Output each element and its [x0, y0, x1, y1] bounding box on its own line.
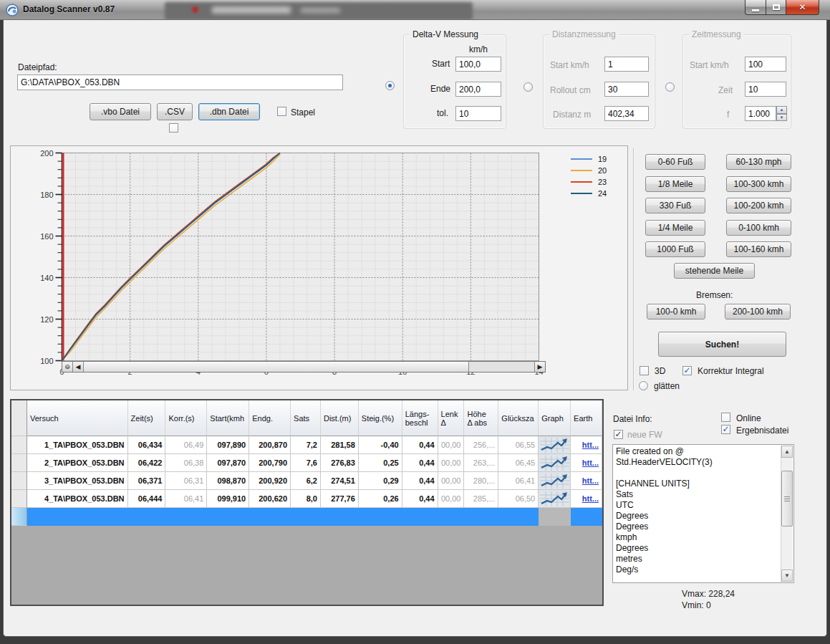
dbn-datei-button[interactable]: .dbn Datei — [198, 103, 260, 120]
suchen-button[interactable]: Suchen! — [658, 332, 786, 357]
minimize-button[interactable] — [745, 0, 766, 15]
maximize-button[interactable] — [766, 0, 786, 15]
measure-button-330-fu-[interactable]: 330 Fuß — [645, 198, 705, 213]
cell[interactable]: 06,55 — [498, 436, 539, 454]
cell[interactable]: 4_TA\PBOX_053.DBN — [27, 490, 128, 508]
cell[interactable]: 06,50 — [498, 490, 539, 508]
cell[interactable]: 8,0 — [291, 490, 321, 508]
zeit-zeit-input[interactable] — [745, 82, 786, 97]
unlabeled-checkbox[interactable] — [169, 123, 178, 133]
cell[interactable]: 06,49 — [165, 436, 207, 454]
cell[interactable]: 7,6 — [291, 454, 321, 472]
empty-cell[interactable] — [359, 508, 402, 526]
scrollbar-thumb[interactable] — [84, 362, 469, 372]
spinner-down-icon[interactable]: ▼ — [776, 114, 787, 122]
cell[interactable]: 285,... — [464, 490, 498, 508]
column-header-korr-s-[interactable]: Korr.(s) — [165, 400, 207, 436]
measure-button-100-160-kmh[interactable]: 100-160 kmh — [726, 241, 791, 257]
measure-button-0-60-fu-[interactable]: 0-60 Fuß — [645, 154, 705, 170]
distanz-startkmh-input[interactable] — [604, 57, 649, 72]
cell[interactable]: 0,44 — [402, 454, 438, 472]
online-checkbox[interactable] — [721, 413, 730, 422]
column-header-l-ngs-[interactable]: Längs-beschl — [402, 400, 438, 436]
table-row[interactable]: 2_TA\PBOX_053.DBN06,42206,38097,870200,7… — [11, 454, 602, 472]
empty-cell[interactable] — [402, 508, 438, 526]
graph-cell[interactable] — [539, 472, 571, 490]
cell[interactable]: 0,44 — [402, 472, 438, 490]
cell[interactable]: 00,00 — [438, 454, 465, 472]
earth-link-cell[interactable]: htt... — [571, 436, 602, 454]
cell[interactable]: 200,920 — [249, 472, 291, 490]
scrollbar-thumb[interactable] — [781, 471, 793, 527]
measure-button-1000-fu-[interactable]: 1000 Fuß — [645, 241, 705, 257]
delta-v-mode-radio[interactable] — [385, 81, 395, 90]
zeit-mode-radio[interactable] — [665, 82, 675, 92]
column-header-steig-[interactable]: Steig.(%) — [359, 400, 402, 436]
stehende-meile-button[interactable]: stehende Meile — [674, 263, 755, 279]
graph-cell[interactable] — [539, 436, 571, 454]
delta-v-ende-input[interactable] — [455, 82, 501, 97]
cell[interactable]: 1_TA\PBOX_053.DBN — [27, 436, 128, 454]
table-row[interactable]: 4_TA\PBOX_053.DBN06,44406,41099,910200,6… — [11, 490, 602, 508]
glaetten-radio[interactable] — [639, 381, 648, 390]
empty-cell[interactable] — [438, 508, 465, 526]
earth-link[interactable]: htt... — [582, 476, 599, 485]
cell[interactable]: 097,870 — [207, 454, 249, 472]
column-header-graph[interactable]: Graph — [539, 400, 571, 436]
graph-cell[interactable] — [539, 454, 571, 472]
measure-button-0-100-kmh[interactable]: 0-100 kmh — [726, 220, 791, 236]
distanz-mode-radio[interactable] — [523, 82, 533, 92]
scrollbar-track[interactable] — [781, 527, 793, 569]
delta-v-start-input[interactable] — [455, 57, 501, 72]
cell[interactable]: 0,44 — [402, 436, 438, 454]
file-info-scrollbar[interactable]: ▲ ▼ — [781, 446, 793, 582]
close-button[interactable]: ✕ — [786, 0, 819, 15]
column-header-zeit-s-[interactable]: Zeit(s) — [128, 400, 166, 436]
empty-cell[interactable] — [207, 508, 249, 526]
cell[interactable]: 099,910 — [207, 490, 249, 508]
scroll-left-icon[interactable]: ◀ — [73, 362, 84, 372]
cell[interactable]: 06,444 — [128, 490, 166, 508]
column-header-endg-[interactable]: Endg. — [249, 400, 291, 436]
cell[interactable]: 280,... — [464, 472, 498, 490]
measure-button-60-130-mph[interactable]: 60-130 mph — [726, 154, 791, 170]
selected-empty-row[interactable] — [11, 508, 602, 526]
cell[interactable]: 7,2 — [291, 436, 321, 454]
column-header-sats[interactable]: Sats — [291, 400, 321, 436]
row-selector[interactable] — [11, 508, 27, 526]
cell[interactable]: 0,29 — [359, 472, 402, 490]
column-header-h-he[interactable]: HöheΔ abs — [464, 400, 498, 436]
cell[interactable]: 06,38 — [165, 454, 207, 472]
table-row[interactable]: 3_TA\PBOX_053.DBN06,37106,31098,870200,9… — [11, 472, 602, 490]
korrektur-integral-checkbox[interactable]: ✓ — [682, 366, 692, 375]
cell[interactable]: 06,371 — [128, 472, 166, 490]
cell[interactable]: 00,00 — [438, 436, 465, 454]
cell[interactable]: 281,58 — [321, 436, 359, 454]
stapel-checkbox[interactable] — [277, 107, 286, 116]
earth-link-cell[interactable]: htt... — [571, 454, 602, 472]
empty-cell[interactable] — [27, 508, 128, 526]
cell[interactable]: 0,26 — [359, 490, 402, 508]
neue-fw-checkbox[interactable]: ✓ — [614, 430, 623, 439]
delta-v-tol-input[interactable] — [455, 106, 501, 121]
cell[interactable]: 277,76 — [321, 490, 359, 508]
cell[interactable]: 06,45 — [498, 454, 539, 472]
cell[interactable]: 097,890 — [207, 436, 249, 454]
spinner-up-icon[interactable]: ▲ — [776, 106, 787, 114]
zeit-f-input[interactable] — [745, 106, 776, 121]
empty-cell[interactable] — [291, 508, 321, 526]
cell[interactable]: 6,2 — [291, 472, 321, 490]
column-header-start-kmh[interactable]: Start(kmh — [207, 400, 249, 436]
cell[interactable]: 276,83 — [321, 454, 359, 472]
graph-cell[interactable] — [539, 490, 571, 508]
empty-cell[interactable] — [249, 508, 291, 526]
empty-cell[interactable] — [539, 508, 571, 526]
cell[interactable]: 06,434 — [128, 436, 166, 454]
row-selector[interactable] — [11, 436, 27, 454]
measure-button-100-200-kmh[interactable]: 100-200 kmh — [726, 198, 791, 213]
measure-button-1-8-meile[interactable]: 1/8 Meile — [645, 176, 705, 192]
cell[interactable]: 098,870 — [207, 472, 249, 490]
results-table[interactable]: VersuchZeit(s)Korr.(s)Start(kmhEndg.Sats… — [10, 399, 604, 606]
row-selector[interactable] — [11, 454, 27, 472]
cell[interactable]: 06,422 — [128, 454, 166, 472]
